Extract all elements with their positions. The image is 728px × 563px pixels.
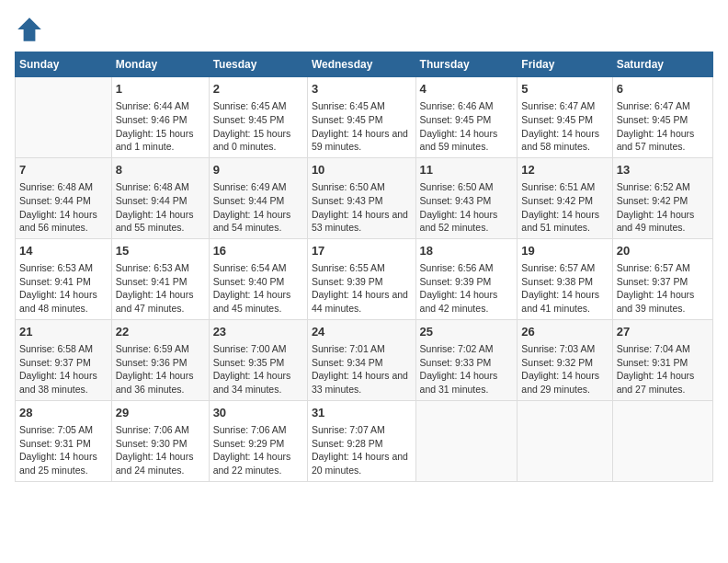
day-info: Sunrise: 6:53 AM	[19, 261, 108, 275]
day-info-daylight: Daylight: 14 hours and 22 minutes.	[213, 450, 303, 477]
day-number: 8	[116, 162, 205, 178]
day-info-daylight: Daylight: 14 hours and 25 minutes.	[19, 450, 108, 477]
day-number: 23	[213, 324, 303, 340]
day-info-sunset: Sunset: 9:30 PM	[116, 437, 205, 451]
day-number: 3	[312, 81, 412, 98]
day-number: 5	[521, 81, 608, 98]
day-info-sunset: Sunset: 9:45 PM	[521, 113, 608, 127]
day-number: 17	[312, 243, 412, 259]
week-row-2: 7Sunrise: 6:48 AMSunset: 9:44 PMDaylight…	[16, 157, 713, 238]
day-info-sunset: Sunset: 9:42 PM	[521, 194, 608, 208]
day-cell: 15Sunrise: 6:53 AMSunset: 9:41 PMDayligh…	[111, 238, 209, 319]
day-info: Sunrise: 6:52 AM	[617, 180, 709, 194]
day-info-daylight: Daylight: 14 hours and 59 minutes.	[420, 127, 514, 154]
day-info-daylight: Daylight: 14 hours and 51 minutes.	[521, 208, 608, 235]
day-cell: 22Sunrise: 6:59 AMSunset: 9:36 PMDayligh…	[111, 319, 209, 400]
svg-marker-0	[17, 17, 41, 41]
day-info-sunset: Sunset: 9:34 PM	[312, 356, 412, 370]
day-info-daylight: Daylight: 15 hours and 1 minute.	[116, 127, 205, 154]
day-cell: 21Sunrise: 6:58 AMSunset: 9:37 PMDayligh…	[16, 319, 112, 400]
week-row-1: 1Sunrise: 6:44 AMSunset: 9:46 PMDaylight…	[16, 77, 713, 158]
day-number: 26	[521, 324, 608, 340]
day-info: Sunrise: 7:01 AM	[312, 342, 412, 356]
day-info-daylight: Daylight: 14 hours and 36 minutes.	[116, 369, 205, 396]
day-info-sunset: Sunset: 9:31 PM	[19, 437, 108, 451]
day-info-daylight: Daylight: 14 hours and 27 minutes.	[617, 369, 709, 396]
header-row: SundayMondayTuesdayWednesdayThursdayFrid…	[16, 52, 713, 77]
day-number: 29	[116, 405, 205, 421]
day-number: 19	[521, 243, 608, 259]
day-info-daylight: Daylight: 14 hours and 20 minutes.	[312, 450, 412, 477]
day-number: 6	[617, 81, 709, 98]
day-info-daylight: Daylight: 14 hours and 38 minutes.	[19, 369, 108, 396]
col-header-tuesday: Tuesday	[209, 52, 307, 77]
day-cell: 10Sunrise: 6:50 AMSunset: 9:43 PMDayligh…	[307, 157, 415, 238]
day-info: Sunrise: 6:58 AM	[19, 342, 108, 356]
day-number: 22	[116, 324, 205, 340]
day-cell: 25Sunrise: 7:02 AMSunset: 9:33 PMDayligh…	[415, 319, 518, 400]
day-cell: 4Sunrise: 6:46 AMSunset: 9:45 PMDaylight…	[415, 77, 518, 158]
week-row-4: 21Sunrise: 6:58 AMSunset: 9:37 PMDayligh…	[16, 319, 713, 400]
day-info-sunset: Sunset: 9:39 PM	[312, 275, 412, 289]
day-info-sunset: Sunset: 9:28 PM	[312, 437, 412, 451]
col-header-friday: Friday	[518, 52, 612, 77]
day-info: Sunrise: 7:06 AM	[116, 423, 205, 437]
day-info-daylight: Daylight: 14 hours and 49 minutes.	[617, 208, 709, 235]
day-number: 30	[213, 405, 303, 421]
day-cell: 14Sunrise: 6:53 AMSunset: 9:41 PMDayligh…	[16, 238, 112, 319]
day-number: 16	[213, 243, 303, 259]
day-info: Sunrise: 6:50 AM	[312, 180, 412, 194]
day-info-sunset: Sunset: 9:41 PM	[116, 275, 205, 289]
day-cell: 28Sunrise: 7:05 AMSunset: 9:31 PMDayligh…	[16, 400, 112, 481]
day-number: 7	[19, 162, 108, 178]
day-cell: 12Sunrise: 6:51 AMSunset: 9:42 PMDayligh…	[518, 157, 612, 238]
day-info: Sunrise: 7:07 AM	[312, 423, 412, 437]
day-info: Sunrise: 6:46 AM	[420, 99, 514, 113]
day-info-daylight: Daylight: 14 hours and 42 minutes.	[420, 288, 514, 315]
day-info-sunset: Sunset: 9:40 PM	[213, 275, 303, 289]
day-info-daylight: Daylight: 14 hours and 33 minutes.	[312, 369, 412, 396]
day-cell: 31Sunrise: 7:07 AMSunset: 9:28 PMDayligh…	[307, 400, 415, 481]
day-cell: 17Sunrise: 6:55 AMSunset: 9:39 PMDayligh…	[307, 238, 415, 319]
day-number: 31	[312, 405, 412, 421]
day-info: Sunrise: 6:51 AM	[521, 180, 608, 194]
day-cell: 29Sunrise: 7:06 AMSunset: 9:30 PMDayligh…	[111, 400, 209, 481]
calendar-table: SundayMondayTuesdayWednesdayThursdayFrid…	[15, 52, 713, 482]
day-cell: 30Sunrise: 7:06 AMSunset: 9:29 PMDayligh…	[209, 400, 307, 481]
day-info-sunset: Sunset: 9:45 PM	[312, 113, 412, 127]
day-info-sunset: Sunset: 9:36 PM	[116, 356, 205, 370]
day-info: Sunrise: 6:57 AM	[521, 261, 608, 275]
day-info-daylight: Daylight: 14 hours and 58 minutes.	[521, 127, 608, 154]
day-info: Sunrise: 6:53 AM	[116, 261, 205, 275]
day-cell: 20Sunrise: 6:57 AMSunset: 9:37 PMDayligh…	[612, 238, 712, 319]
day-info-sunset: Sunset: 9:38 PM	[521, 275, 608, 289]
day-number: 24	[312, 324, 412, 340]
col-header-sunday: Sunday	[16, 52, 112, 77]
day-cell: 6Sunrise: 6:47 AMSunset: 9:45 PMDaylight…	[612, 77, 712, 158]
day-info-daylight: Daylight: 15 hours and 0 minutes.	[213, 127, 303, 154]
day-info-daylight: Daylight: 14 hours and 55 minutes.	[116, 208, 205, 235]
day-number: 20	[617, 243, 709, 259]
day-number: 27	[617, 324, 709, 340]
day-info-sunset: Sunset: 9:45 PM	[420, 113, 514, 127]
day-info-daylight: Daylight: 14 hours and 34 minutes.	[213, 369, 303, 396]
day-info-daylight: Daylight: 14 hours and 52 minutes.	[420, 208, 514, 235]
day-info: Sunrise: 6:56 AM	[420, 261, 514, 275]
day-info-sunset: Sunset: 9:41 PM	[19, 275, 108, 289]
day-info: Sunrise: 7:02 AM	[420, 342, 514, 356]
day-info-daylight: Daylight: 14 hours and 31 minutes.	[420, 369, 514, 396]
day-number: 10	[312, 162, 412, 178]
day-info: Sunrise: 6:47 AM	[617, 99, 709, 113]
day-cell: 8Sunrise: 6:48 AMSunset: 9:44 PMDaylight…	[111, 157, 209, 238]
day-info: Sunrise: 6:45 AM	[213, 99, 303, 113]
day-number: 25	[420, 324, 514, 340]
day-cell: 3Sunrise: 6:45 AMSunset: 9:45 PMDaylight…	[307, 77, 415, 158]
col-header-thursday: Thursday	[415, 52, 518, 77]
day-cell: 9Sunrise: 6:49 AMSunset: 9:44 PMDaylight…	[209, 157, 307, 238]
col-header-saturday: Saturday	[612, 52, 712, 77]
day-number: 15	[116, 243, 205, 259]
day-info: Sunrise: 6:57 AM	[617, 261, 709, 275]
day-cell	[612, 400, 712, 481]
day-info: Sunrise: 6:50 AM	[420, 180, 514, 194]
day-number: 18	[420, 243, 514, 259]
